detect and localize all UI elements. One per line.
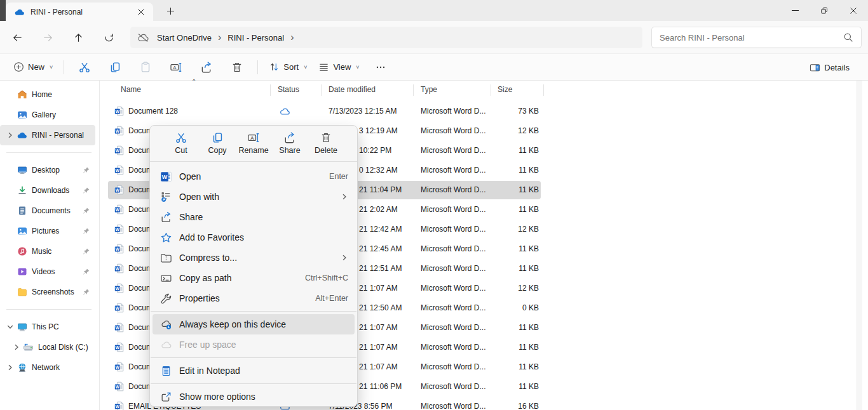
file-row[interactable]: WDocument 1287/13/2023 12:15 AMMicrosoft…	[100, 102, 862, 121]
menu-item-copy-as-path[interactable]: Copy as pathCtrl+Shift+C	[153, 268, 355, 288]
menu-item-compress-to[interactable]: Compress to...	[153, 248, 355, 268]
close-button[interactable]	[839, 0, 868, 21]
word-doc-icon: W	[114, 283, 125, 293]
menu-item-label: Always keep on this device	[179, 319, 348, 329]
window-controls	[780, 0, 868, 21]
refresh-button[interactable]	[98, 27, 119, 48]
sidebar-item-music[interactable]: Music	[0, 241, 95, 261]
delete-button[interactable]	[224, 57, 250, 77]
column-header-type[interactable]: Type	[421, 85, 437, 94]
view-icon	[318, 62, 329, 72]
breadcrumb-root[interactable]: Start OneDrive	[153, 30, 215, 45]
word-doc-icon: W	[114, 322, 125, 333]
window-corner	[0, 0, 6, 21]
downloads-icon	[17, 185, 27, 196]
sidebar-item-network[interactable]: Network	[0, 357, 95, 378]
file-size: 12 KB	[456, 284, 539, 293]
file-size: 11 KB	[456, 244, 539, 253]
sidebar-item-desktop[interactable]: Desktop	[0, 160, 95, 180]
menu-item-add-to-favorites[interactable]: Add to Favorites	[153, 227, 355, 248]
sidebar-item-local-disk-c[interactable]: Local Disk (C:)	[0, 337, 95, 357]
column-header-status[interactable]: Status	[278, 85, 299, 94]
share-button[interactable]	[194, 57, 219, 77]
sidebar-item-documents[interactable]: Documents	[0, 201, 95, 221]
menu-item-open[interactable]: WOpenEnter	[153, 166, 355, 187]
sidebar-item-home[interactable]: Home	[0, 84, 95, 105]
sort-icon	[269, 62, 280, 72]
explorer-tab[interactable]: RINI - Personal	[6, 3, 153, 21]
sidebar-item-screenshots[interactable]: Screenshots	[0, 282, 95, 302]
menu-separator	[151, 383, 356, 384]
view-button-label: View	[333, 62, 351, 72]
onedrive-offline-icon	[137, 32, 149, 43]
chevron-right-icon[interactable]	[4, 130, 17, 140]
quickaction-copy[interactable]: Copy	[200, 130, 234, 156]
tab-close-icon[interactable]	[134, 5, 148, 19]
column-divider[interactable]	[543, 84, 544, 96]
sidebar-item-rini-personal[interactable]: RINI - Personal	[0, 125, 95, 145]
quickaction-label: Share	[279, 146, 300, 155]
main-area: HomeGalleryRINI - PersonalDesktopDownloa…	[0, 81, 868, 410]
menu-shortcut: Ctrl+Shift+C	[305, 274, 348, 282]
word-doc-icon: W	[114, 362, 125, 372]
chevron-down-icon[interactable]	[4, 322, 17, 332]
up-button[interactable]	[68, 27, 89, 48]
quickaction-share[interactable]: Share	[273, 130, 307, 156]
sort-button[interactable]: Sort ˅	[263, 57, 313, 77]
quickaction-rename[interactable]: ARename	[236, 130, 271, 156]
menu-item-edit-in-notepad[interactable]: Edit in Notepad	[153, 360, 355, 381]
forward-button	[37, 27, 58, 48]
new-tab-button[interactable]	[163, 4, 178, 18]
details-button[interactable]: Details	[804, 57, 855, 77]
breadcrumb-current[interactable]: RINI - Personal	[224, 30, 288, 45]
sidebar-item-videos[interactable]: Videos	[0, 261, 95, 282]
quickaction-cut[interactable]: Cut	[164, 130, 198, 156]
chevron-right-icon[interactable]	[4, 362, 17, 373]
menu-item-open-with[interactable]: Open with	[153, 187, 355, 207]
sidebar-item-gallery[interactable]: Gallery	[0, 105, 95, 125]
word-doc-icon: W	[114, 126, 125, 136]
file-date-modified: 21 1:07 AM	[359, 284, 398, 293]
file-size: 11 KB	[456, 264, 539, 273]
restore-button[interactable]	[810, 0, 839, 21]
menu-item-label: Compress to...	[179, 253, 339, 263]
chevron-right-icon[interactable]	[10, 342, 23, 352]
column-header-date[interactable]: Date modified	[329, 85, 376, 94]
cut-button[interactable]	[72, 57, 97, 77]
view-button[interactable]: View ˅	[313, 57, 365, 77]
new-button[interactable]: New ˅	[8, 57, 58, 77]
menu-item-properties[interactable]: PropertiesAlt+Enter	[153, 288, 355, 308]
sidebar-item-this-pc[interactable]: This PC	[0, 317, 95, 337]
toolbar-divider	[257, 60, 258, 74]
word-doc-icon: W	[114, 224, 125, 234]
column-divider[interactable]	[491, 84, 491, 96]
file-date-modified: 0 12:32 AM	[359, 166, 398, 175]
menu-item-share[interactable]: Share	[153, 207, 355, 227]
svg-text:W: W	[116, 385, 120, 389]
column-header-size[interactable]: Size	[498, 85, 512, 94]
file-date-modified: 21 2:02 AM	[359, 205, 398, 214]
minimize-button[interactable]	[780, 0, 810, 21]
more-options-button[interactable]	[368, 57, 393, 77]
column-header-name[interactable]: Name	[121, 85, 141, 94]
sidebar-item-downloads[interactable]: Downloads	[0, 180, 95, 201]
column-divider[interactable]	[413, 84, 414, 96]
breadcrumb[interactable]: Start OneDrive › RINI - Personal ›	[130, 27, 642, 48]
column-divider[interactable]	[270, 84, 271, 96]
sidebar-item-pictures[interactable]: Pictures	[0, 221, 95, 241]
quickaction-delete[interactable]: Delete	[309, 130, 343, 156]
new-plus-icon	[13, 62, 24, 72]
chevron-spacer	[4, 165, 17, 175]
quickaction-label: Cut	[175, 146, 187, 155]
documents-icon	[17, 206, 27, 216]
svg-text:W: W	[116, 306, 120, 310]
column-divider[interactable]	[321, 84, 322, 96]
pin-icon	[82, 187, 90, 195]
search-input[interactable]	[660, 33, 843, 43]
rename-button[interactable]: A	[163, 57, 189, 77]
back-button[interactable]	[7, 27, 28, 48]
copy-button[interactable]	[102, 57, 128, 77]
menu-item-always-keep-on-this-device[interactable]: Always keep on this device	[153, 314, 355, 334]
menu-item-show-more-options[interactable]: Show more options	[153, 387, 355, 407]
search-box[interactable]	[651, 27, 862, 48]
